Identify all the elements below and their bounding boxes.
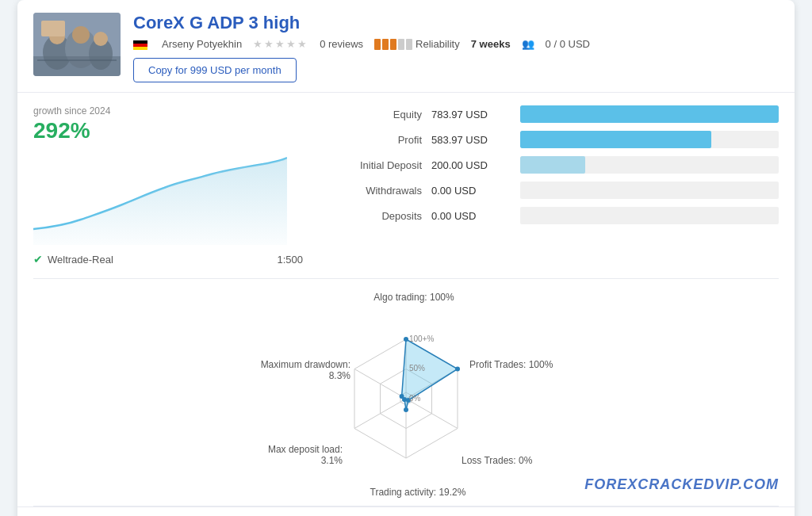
right-panel: Equity 783.97 USD Profit 583.97 USD Init…	[319, 105, 779, 266]
header-meta: Arseny Potyekhin ★★★★★ 0 reviews Reliabi…	[133, 38, 779, 50]
rel-seg-5	[406, 39, 412, 50]
metric-label: Deposits	[319, 210, 422, 222]
reviews-count: 0 reviews	[320, 38, 363, 50]
radar-chart: 100+% 50% 0% Algo trading: 100% Profit T…	[239, 292, 573, 498]
metric-label: Initial Deposit	[319, 159, 422, 171]
subscribers-icon: 👥	[522, 38, 534, 50]
bottom-wrapper: 100+% 50% 0% Algo trading: 100% Profit T…	[17, 279, 795, 506]
metric-bar	[520, 156, 585, 174]
ring-label-0: 0%	[409, 394, 421, 403]
metrics-table: Equity 783.97 USD Profit 583.97 USD Init…	[319, 105, 779, 224]
svg-point-6	[94, 32, 108, 46]
radar-section: 100+% 50% 0% Algo trading: 100% Profit T…	[17, 279, 795, 506]
ring-label-50: 50%	[409, 364, 425, 373]
rel-seg-3	[390, 39, 396, 50]
radar-grid	[354, 337, 460, 458]
metric-label: Equity	[319, 109, 422, 120]
metric-value: 0.00 USD	[431, 210, 511, 222]
rel-seg-1	[374, 39, 381, 50]
profile-image	[33, 13, 121, 76]
svg-point-25	[400, 394, 404, 399]
author-name: Arseny Potyekhin	[162, 38, 242, 50]
tab-trading-history[interactable]: Trading history	[99, 507, 196, 516]
metric-bar	[520, 105, 779, 123]
growth-chart	[33, 150, 287, 245]
max-deposit-label: Max deposit load: 3.1%	[239, 444, 343, 466]
tabs-section: AccountTrading historyStatisticsRisksSli…	[17, 506, 795, 516]
tab-account[interactable]: Account	[33, 507, 99, 516]
weeks-value: 7 weeks	[471, 38, 511, 50]
metric-label: Profit	[319, 134, 422, 146]
svg-point-5	[72, 26, 90, 44]
copy-button[interactable]: Copy for 999 USD per month	[133, 58, 297, 82]
metric-value: 0.00 USD	[431, 185, 511, 197]
svg-rect-7	[33, 56, 121, 76]
metric-row: Initial Deposit 200.00 USD	[319, 156, 779, 174]
metric-value: 200.00 USD	[431, 159, 511, 171]
tab-what's-new[interactable]: What's new	[455, 507, 537, 516]
tab-slippage[interactable]: Slippage	[319, 507, 388, 516]
growth-label: growth since 2024	[33, 105, 303, 117]
subscribers-value: 0 / 0 USD	[546, 38, 590, 50]
leverage-value: 1:500	[277, 254, 303, 266]
rel-seg-2	[382, 39, 389, 50]
svg-point-21	[455, 367, 460, 372]
reliability-label: Reliability	[416, 38, 460, 50]
metric-label: Withdrawals	[319, 185, 422, 197]
main-content: growth since 2024 292% ✔ Weltrad	[17, 93, 795, 278]
header-info: CoreX G ADP 3 high Arseny Potyekhin ★★★★…	[133, 13, 779, 82]
metric-value: 583.97 USD	[431, 134, 511, 146]
metric-bar-wrap	[520, 207, 779, 224]
broker-check-icon: ✔	[33, 253, 43, 266]
svg-point-23	[404, 407, 408, 412]
metric-bar	[520, 131, 711, 148]
metric-row: Withdrawals 0.00 USD	[319, 182, 779, 199]
metric-bar-wrap	[520, 105, 779, 123]
metric-row: Equity 783.97 USD	[319, 105, 779, 123]
metric-bar-wrap	[520, 131, 779, 148]
max-drawdown-label: Maximum drawdown: 8.3%	[239, 359, 350, 381]
rel-seg-4	[398, 39, 404, 50]
broker-info: ✔ Weltrade-Real 1:500	[33, 253, 303, 266]
reliability-section: Reliability	[374, 38, 460, 50]
growth-value: 292%	[33, 118, 303, 143]
tab-reviews[interactable]: Reviews	[388, 507, 455, 516]
tab-statistics[interactable]: Statistics	[195, 507, 265, 516]
profit-trades-label: Profit Trades: 100%	[469, 359, 573, 370]
flag-icon	[133, 38, 151, 50]
broker-name: Weltrade-Real	[48, 254, 113, 266]
svg-point-20	[404, 337, 408, 342]
left-panel: growth since 2024 292% ✔ Weltrad	[33, 105, 303, 266]
tab-risks[interactable]: Risks	[266, 507, 320, 516]
metric-bar-wrap	[520, 156, 779, 174]
strategy-title: CoreX G ADP 3 high	[133, 13, 779, 33]
metric-bar-wrap	[520, 182, 779, 199]
ring-label-100: 100+%	[409, 334, 435, 343]
header-section: CoreX G ADP 3 high Arseny Potyekhin ★★★★…	[17, 0, 795, 93]
loss-trades-label: Loss Trades: 0%	[462, 455, 565, 466]
metric-row: Profit 583.97 USD	[319, 131, 779, 148]
metric-row: Deposits 0.00 USD	[319, 207, 779, 224]
reliability-bar	[374, 39, 412, 50]
trading-activity-label: Trading activity: 19.2%	[358, 487, 477, 498]
svg-rect-8	[41, 21, 65, 36]
star-rating: ★★★★★	[253, 38, 308, 50]
metric-value: 783.97 USD	[431, 109, 511, 120]
algo-trading-label: Algo trading: 100%	[366, 292, 462, 303]
